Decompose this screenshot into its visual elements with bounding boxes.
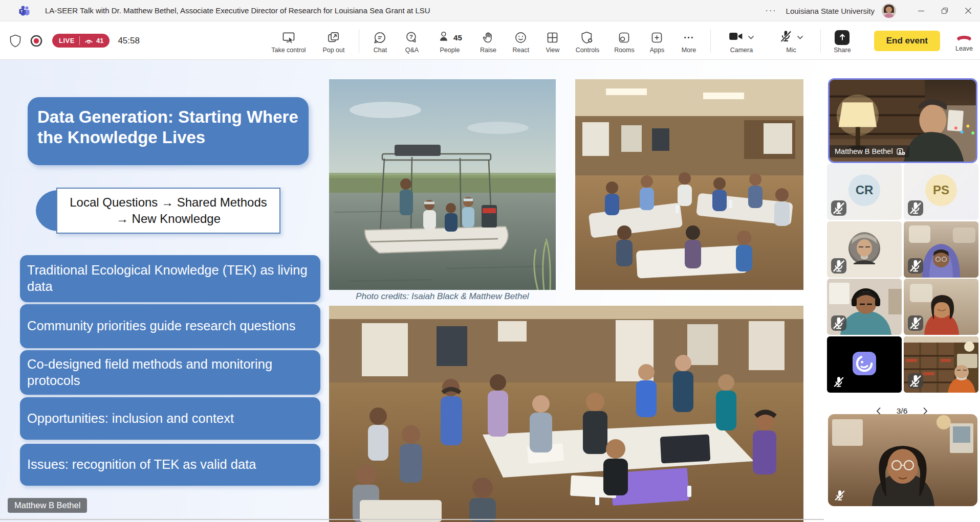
meeting-toolbar: LIVE 41 45:58 Take control Pop out xyxy=(0,22,980,60)
mic-muted-badge xyxy=(831,258,846,274)
photo-boat-fieldwork xyxy=(329,79,556,290)
svg-text:?: ? xyxy=(409,33,413,39)
participant-tile-camera-off[interactable] xyxy=(827,336,902,393)
people-icon xyxy=(438,30,451,46)
react-icon xyxy=(514,30,528,45)
screen-control-icon xyxy=(281,30,296,45)
title-bar: T LA-SEER Talk with Dr. Matthew Bethel, … xyxy=(0,0,980,21)
mic-muted-badge xyxy=(908,373,923,389)
mic-muted-icon xyxy=(833,489,846,502)
leave-button[interactable]: Leave xyxy=(955,29,973,52)
participant-initials: CR xyxy=(848,174,880,206)
people-button[interactable]: 45 People xyxy=(428,22,472,59)
svg-text:T: T xyxy=(20,9,23,13)
mic-button[interactable]: Mic xyxy=(767,22,815,59)
rooms-icon xyxy=(617,30,631,45)
slide-bullet: Community priorities guide research ques… xyxy=(20,304,320,348)
share-icon xyxy=(835,30,850,45)
qa-icon: ? xyxy=(405,30,419,45)
teams-meeting-window: T LA-SEER Talk with Dr. Matthew Bethel, … xyxy=(0,0,980,522)
account-name: Louisiana State University xyxy=(786,7,875,15)
participant-tile-video[interactable] xyxy=(904,221,978,278)
live-label: LIVE xyxy=(59,37,75,44)
camera-button[interactable]: Camera xyxy=(716,22,767,59)
camera-icon xyxy=(728,30,744,45)
viewer-count: 41 xyxy=(96,37,103,44)
take-control-button[interactable]: Take control xyxy=(264,22,314,59)
participant-tile-video[interactable] xyxy=(827,279,902,335)
recording-indicator-icon xyxy=(30,34,43,48)
pop-out-button[interactable]: Pop out xyxy=(314,22,354,59)
slide-bullet: Traditional Ecological Knowledge (TEK) a… xyxy=(20,255,320,302)
meeting-stage: Data Generation: Starting Where the Know… xyxy=(0,60,980,522)
controls-icon xyxy=(580,30,594,45)
view-icon xyxy=(546,30,559,45)
photo-credits: Photo credits: Isaiah Black & Matthew Be… xyxy=(329,291,556,302)
live-badge: LIVE 41 xyxy=(52,34,110,48)
participants-panel: Matthew B Bethel CR PS xyxy=(824,60,980,522)
self-view-tile[interactable] xyxy=(828,414,977,506)
spotlight-icon xyxy=(897,148,905,155)
security-shield-icon xyxy=(9,34,21,48)
photo-community-workshop xyxy=(575,79,803,290)
callout-text: Local Questions → Shared Methods → New K… xyxy=(56,188,280,234)
mic-muted-badge xyxy=(831,200,846,216)
leave-phone-icon xyxy=(955,29,973,44)
rooms-button[interactable]: Rooms xyxy=(607,22,642,59)
mic-muted-badge xyxy=(908,200,923,216)
pop-out-icon xyxy=(326,30,340,45)
slide-title: Data Generation: Starting Where the Know… xyxy=(28,97,309,165)
teams-app-icon: T xyxy=(18,5,31,17)
participant-initials: PS xyxy=(925,174,957,206)
participant-tile-avatar-photo[interactable] xyxy=(827,221,902,278)
slide-bullet: Issues: recognition of TEK as valid data xyxy=(20,444,320,486)
slide-bullet: Co-designed field methods and monitoring… xyxy=(20,350,320,395)
participant-tile-video[interactable] xyxy=(904,279,978,335)
shared-window-edge xyxy=(0,519,824,520)
mic-muted-badge xyxy=(831,315,846,331)
mic-chevron[interactable] xyxy=(797,35,803,40)
chat-icon xyxy=(373,30,387,45)
shared-slide: Data Generation: Starting Where the Know… xyxy=(0,60,824,522)
participant-tile-ps[interactable]: PS xyxy=(904,164,978,220)
meeting-timer: 45:58 xyxy=(118,36,140,46)
raise-hand-button[interactable]: Raise xyxy=(472,22,505,59)
qa-button[interactable]: ? Q&A xyxy=(396,22,428,59)
slide-bullet: Opportunities: inclusion and context xyxy=(20,397,320,440)
active-speaker-tile[interactable]: Matthew B Bethel xyxy=(828,78,977,163)
view-button[interactable]: View xyxy=(537,22,568,59)
photo-group-mapping-session xyxy=(329,306,803,522)
apps-icon xyxy=(650,30,664,45)
slide-callout: Local Questions → Shared Methods → New K… xyxy=(36,188,280,234)
minimize-button[interactable] xyxy=(909,0,933,21)
mic-muted-icon xyxy=(832,375,845,389)
mic-muted-badge xyxy=(908,315,923,331)
titlebar-more-menu[interactable]: ··· xyxy=(756,6,786,15)
restore-button[interactable] xyxy=(933,0,956,21)
controls-button[interactable]: Controls xyxy=(568,22,607,59)
raise-hand-icon xyxy=(482,30,495,45)
chat-button[interactable]: Chat xyxy=(364,22,396,59)
end-event-button[interactable]: End event xyxy=(874,31,940,51)
close-button[interactable] xyxy=(956,0,980,21)
more-icon xyxy=(682,30,695,45)
participant-tile-video[interactable] xyxy=(904,336,978,393)
mic-muted-icon xyxy=(779,29,793,46)
speaker-name-label: Matthew B Bethel xyxy=(830,145,909,157)
viewers-eye-icon xyxy=(84,37,93,44)
presenter-name-overlay: Matthew B Bethel xyxy=(8,498,87,513)
avatar-mode-icon xyxy=(853,352,876,375)
more-button[interactable]: More xyxy=(672,22,705,59)
participant-tile-cr[interactable]: CR xyxy=(827,164,902,220)
camera-chevron[interactable] xyxy=(748,35,754,40)
window-title: LA-SEER Talk with Dr. Matthew Bethel, As… xyxy=(45,6,430,15)
user-avatar[interactable] xyxy=(882,4,896,18)
apps-button[interactable]: Apps xyxy=(642,22,672,59)
people-count-badge: 45 xyxy=(453,33,462,42)
react-button[interactable]: React xyxy=(505,22,537,59)
mic-muted-badge xyxy=(908,258,923,274)
share-button[interactable]: Share xyxy=(826,22,859,59)
